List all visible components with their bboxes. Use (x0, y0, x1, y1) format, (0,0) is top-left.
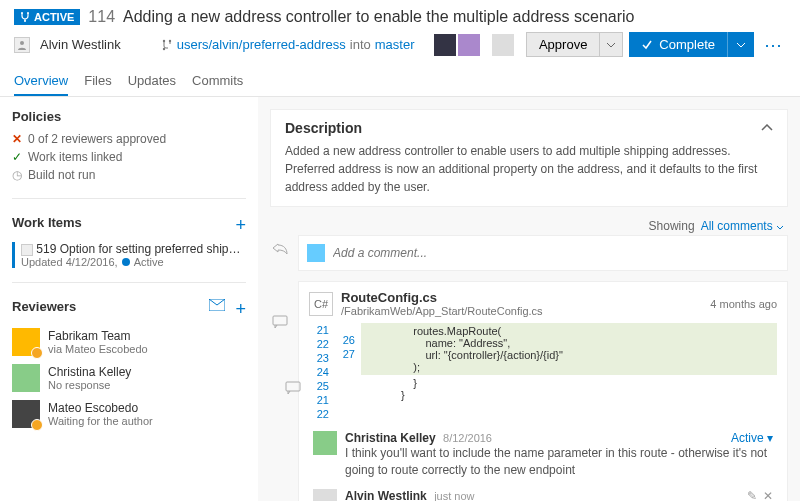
reviewer-avatar (12, 364, 40, 392)
tab-updates[interactable]: Updates (128, 67, 176, 96)
commenter-name: Alvin Westlink (345, 489, 427, 501)
tab-overview[interactable]: Overview (14, 67, 68, 96)
check-icon (641, 39, 653, 51)
policy-workitems: ✓Work items linked (12, 148, 246, 166)
mail-reviewers-button[interactable] (209, 299, 225, 320)
collapse-description-icon[interactable] (761, 124, 773, 132)
inline-comment-icon[interactable] (285, 381, 301, 395)
clock-icon: ◷ (12, 168, 22, 182)
branch-icon (161, 39, 173, 51)
comment-timestamp: 8/12/2016 (443, 432, 492, 444)
svg-point-3 (20, 41, 24, 45)
add-workitem-button[interactable]: + (235, 215, 246, 236)
pr-header: ACTIVE 114 Adding a new address controll… (0, 0, 800, 97)
pr-tabs: Overview Files Updates Commits (14, 63, 786, 96)
approve-dropdown[interactable] (600, 32, 623, 57)
delete-comment-icon[interactable]: ✕ (763, 489, 773, 501)
x-icon: ✕ (12, 132, 22, 146)
check-icon: ✓ (12, 150, 22, 164)
file-age: 4 months ago (710, 298, 777, 310)
author-avatar (14, 37, 30, 53)
comment-filter-dropdown[interactable]: All comments (701, 219, 784, 233)
svg-point-2 (24, 20, 26, 22)
pr-number: 114 (88, 8, 115, 26)
file-path: /FabrikamWeb/App_Start/RouteConfig.cs (341, 305, 543, 317)
status-badge: ACTIVE (14, 9, 80, 25)
description-body: Added a new address controller to enable… (285, 142, 773, 196)
sidebar: Policies ✕0 of 2 reviewers approved ✓Wor… (0, 97, 258, 501)
main-panel: Description Added a new address controll… (258, 97, 800, 501)
svg-rect-9 (286, 382, 300, 391)
commenter-avatar (313, 489, 337, 501)
comment-body: I think you'll want to include the name … (345, 445, 773, 479)
comment-filter: Showing All comments (270, 217, 788, 235)
policy-reviewers: ✕0 of 2 reviewers approved (12, 130, 246, 148)
commenter-name: Christina Kelley (345, 431, 436, 445)
complete-button[interactable]: Complete (629, 32, 727, 57)
policies-heading: Policies (12, 109, 246, 124)
edit-comment-icon[interactable]: ✎ (747, 489, 757, 501)
description-heading: Description (285, 120, 362, 136)
author-name: Alvin Westlink (40, 37, 121, 52)
commenter-avatar (313, 431, 337, 455)
work-item[interactable]: 519 Option for setting preferred shippin… (12, 242, 246, 268)
svg-point-0 (21, 12, 23, 14)
add-reviewer-button[interactable]: + (235, 299, 246, 320)
complete-dropdown[interactable] (727, 32, 754, 57)
svg-point-5 (168, 39, 170, 41)
code-context: } } (361, 375, 777, 403)
code-diff: 21 22 23 24 25 21 22 (309, 323, 777, 421)
current-user-avatar (307, 244, 325, 262)
file-diff-card: C# RouteConfig.cs /FabrikamWeb/App_Start… (298, 281, 788, 501)
reviewer-avatar (12, 328, 40, 356)
more-menu[interactable]: ⋯ (760, 34, 786, 56)
target-branch-link[interactable]: master (375, 37, 415, 52)
approve-button[interactable]: Approve (526, 32, 600, 57)
policy-build: ◷Build not run (12, 166, 246, 184)
comment-timestamp: just now (434, 490, 474, 501)
comment-thread-item: Christina Kelley 8/12/2016 Active ▾ I th… (309, 431, 777, 479)
svg-rect-8 (273, 316, 287, 325)
reviewer-row[interactable]: Christina KelleyNo response (12, 364, 246, 392)
source-branch-link[interactable]: users/alvin/preferred-address (177, 37, 346, 52)
reviewer-avatars (434, 34, 514, 56)
workitems-heading: Work Items (12, 215, 82, 230)
reviewer-row[interactable]: Mateo EscobedoWaiting for the author (12, 400, 246, 428)
svg-point-6 (162, 47, 164, 49)
pr-title: Adding a new address controller to enabl… (123, 8, 634, 26)
add-comment-box[interactable] (298, 235, 788, 271)
reviewer-avatar (12, 400, 40, 428)
file-name[interactable]: RouteConfig.cs (341, 290, 543, 305)
reviewers-heading: Reviewers (12, 299, 76, 314)
tab-files[interactable]: Files (84, 67, 111, 96)
comment-status-dropdown[interactable]: Active ▾ (731, 431, 773, 445)
reviewer-row[interactable]: Fabrikam Teamvia Mateo Escobedo (12, 328, 246, 356)
csharp-file-icon: C# (309, 292, 333, 316)
reply-icon[interactable] (272, 241, 288, 255)
comment-input[interactable] (333, 246, 779, 260)
description-card: Description Added a new address controll… (270, 109, 788, 207)
tab-commits[interactable]: Commits (192, 67, 243, 96)
svg-point-1 (27, 12, 29, 14)
comment-thread-item: Alvin Westlink just now ✎✕ wow, good cat… (309, 489, 777, 501)
comment-icon[interactable] (272, 315, 288, 329)
code-added: routes.MapRoute( name: "Address", url: "… (361, 323, 777, 375)
branch-info: users/alvin/preferred-address into maste… (161, 37, 415, 52)
svg-point-4 (162, 39, 164, 41)
